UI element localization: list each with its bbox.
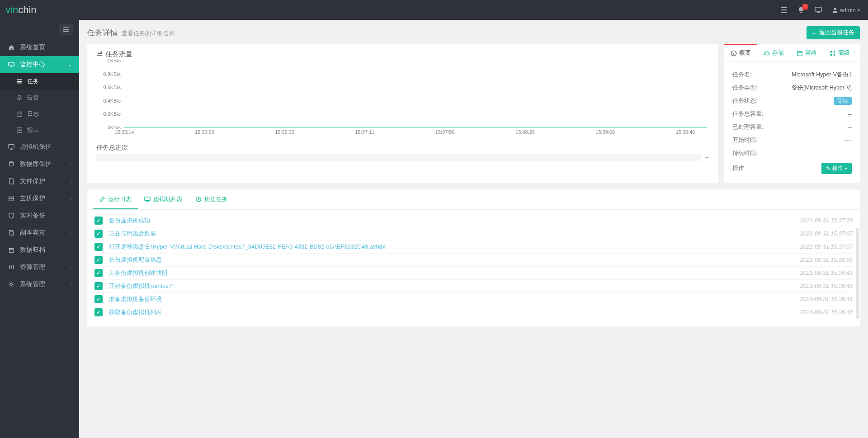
check-icon: ✓ — [94, 243, 103, 251]
x-tick: 15:38:29 — [515, 129, 535, 135]
overview-tab-0[interactable]: 概要 — [724, 44, 757, 61]
svg-rect-28 — [834, 51, 835, 52]
monitor-icon[interactable] — [815, 6, 822, 14]
sidebar-sub-1-0[interactable]: 任务 — [0, 73, 79, 89]
info-row-7: 操作:✎ 操作 ▾ — [732, 160, 852, 177]
user-name: admin — [840, 7, 856, 14]
copy-icon — [7, 230, 15, 236]
wrench-icon: ✎ — [826, 165, 830, 172]
chevron-icon: ‹ — [70, 196, 72, 201]
chevron-down-icon: ▾ — [858, 8, 860, 13]
bottom-tab-1[interactable]: 虚拟机列表 — [138, 189, 189, 209]
sidebar-item-9[interactable]: 资源管理‹ — [0, 259, 79, 276]
y-tick: 1KB/s — [108, 58, 121, 63]
overview-tab-3[interactable]: 高级 — [823, 44, 856, 61]
log-row: ✓备份虚拟机配置信息2021-08-31 15:36:55 — [93, 254, 854, 267]
sidebar-item-7[interactable]: 副本容灾‹ — [0, 224, 79, 241]
page-subtitle: 查看任务的详细信息 — [122, 30, 175, 37]
log-message: 为备份虚拟机创建快照 — [109, 269, 800, 277]
monitor-icon — [7, 144, 15, 150]
chart-title: 任务流量 — [96, 50, 709, 59]
tasks-icon[interactable] — [780, 6, 788, 14]
notif-badge: 1 — [802, 4, 808, 10]
svg-point-15 — [9, 161, 14, 163]
topbar: vinchin 1 admin ▾ — [0, 0, 868, 20]
chevron-icon: ‹ — [70, 179, 72, 184]
log-row: ✓打开远程磁盘'E:\Hyper-V\Virtual Hard Disks\ce… — [93, 240, 854, 254]
svg-point-4 — [834, 8, 836, 10]
db-icon — [7, 161, 15, 167]
svg-rect-9 — [17, 80, 22, 80]
check-icon: ✓ — [94, 269, 103, 277]
info-row-0: 任务名:Microsoft Hyper-V备份1 — [732, 68, 852, 81]
svg-rect-6 — [63, 29, 69, 30]
sliders-icon — [7, 264, 15, 270]
y-tick: 0.2KB/s — [103, 111, 121, 117]
gear-icon — [7, 281, 15, 287]
sidebar-item-2[interactable]: 虚拟机保护‹ — [0, 138, 79, 155]
log-message: 开始备份虚拟机'centos7' — [109, 282, 800, 290]
log-row: ✓正在传输磁盘数据2021-08-31 15:37:07 — [93, 227, 854, 240]
overview-tab-2[interactable]: 策略 — [790, 44, 823, 61]
svg-point-22 — [11, 266, 12, 267]
info-row-1: 任务类型:备份[Microsoft Hyper-V] — [732, 81, 852, 94]
chevron-icon: ‹ — [70, 161, 72, 167]
log-row: ✓开始备份虚拟机'centos7'2021-08-31 15:36:49 — [93, 280, 854, 293]
chart-icon — [96, 50, 103, 59]
calendar-icon — [16, 111, 24, 117]
sidebar-item-4[interactable]: 文件保护‹ — [0, 173, 79, 190]
shield-icon — [7, 212, 15, 219]
svg-rect-27 — [830, 51, 832, 52]
sidebar-item-1[interactable]: 监控中心⌄ — [0, 56, 79, 73]
sidebar-item-0[interactable]: 系统首页 — [0, 39, 79, 56]
log-message: 正在传输磁盘数据 — [109, 230, 800, 238]
bell-icon[interactable]: 1 — [797, 6, 805, 14]
sidebar: 系统首页监控中心⌄任务告警日志报表虚拟机保护‹数据库保护‹文件保护‹主机保护‹实… — [0, 20, 79, 438]
log-row: ✓获取备份虚拟机列表2021-08-31 15:36:46 — [93, 306, 854, 319]
sidebar-item-3[interactable]: 数据库保护‹ — [0, 155, 79, 173]
progress-value: -- — [705, 154, 709, 160]
info-row-4: 已处理容量:-- — [732, 121, 852, 134]
x-tick: 15:37:11 — [355, 129, 374, 135]
chevron-icon: ‹ — [70, 144, 72, 150]
scrollbar[interactable] — [856, 228, 859, 319]
svg-rect-17 — [9, 199, 14, 201]
sidebar-item-5[interactable]: 主机保护‹ — [0, 190, 79, 207]
action-button[interactable]: ✎ 操作 ▾ — [821, 163, 852, 174]
server-icon — [7, 195, 15, 202]
bottom-tab-2[interactable]: 历史任务 — [189, 189, 234, 209]
check-icon: ✓ — [94, 295, 103, 303]
overview-tabs: 概要存储策略高级 — [724, 44, 860, 62]
sidebar-sub-1-3[interactable]: 报表 — [0, 122, 79, 138]
back-button[interactable]: ← 返回当前任务 — [807, 26, 860, 39]
progress-title: 任务总进度 — [96, 144, 709, 152]
page-title: 任务详情 — [87, 28, 118, 37]
sidebar-item-10[interactable]: 系统管理‹ — [0, 276, 79, 293]
info-row-2: 任务状态:等待 — [732, 94, 852, 108]
svg-rect-2 — [781, 12, 787, 13]
sidebar-item-6[interactable]: 实时备份‹ — [0, 207, 79, 224]
main-content: 任务详情 查看任务的详细信息 ← 返回当前任务 任务流量 0KB/s0.2KB/… — [79, 20, 868, 438]
check-icon: ✓ — [94, 282, 103, 290]
svg-point-23 — [13, 267, 14, 268]
chevron-icon: ‹ — [70, 230, 72, 235]
sidebar-item-8[interactable]: 数据归档‹ — [0, 241, 79, 259]
sidebar-sub-1-1[interactable]: 告警 — [0, 89, 79, 106]
history-icon — [195, 196, 202, 203]
log-tabs: 运行日志虚拟机列表历史任务 — [87, 189, 860, 210]
user-menu[interactable]: admin ▾ — [832, 7, 860, 14]
cal-icon — [797, 50, 803, 57]
bottom-tab-0[interactable]: 运行日志 — [93, 189, 138, 209]
arrow-left-icon: ← — [812, 30, 818, 36]
log-message: 准备虚拟机备份环境 — [109, 295, 800, 303]
report-icon — [16, 127, 24, 133]
sidebar-sub-1-2[interactable]: 日志 — [0, 106, 79, 122]
log-time: 2021-08-31 15:36:49 — [800, 283, 853, 289]
brand-logo: vinchin — [5, 4, 36, 16]
overview-tab-1[interactable]: 存储 — [757, 44, 790, 61]
collapse-toggle[interactable] — [59, 24, 73, 35]
svg-rect-29 — [830, 54, 832, 56]
progress-bar — [96, 154, 701, 161]
log-time: 2021-08-31 15:36:46 — [800, 296, 853, 302]
status-badge: 等待 — [834, 97, 852, 105]
